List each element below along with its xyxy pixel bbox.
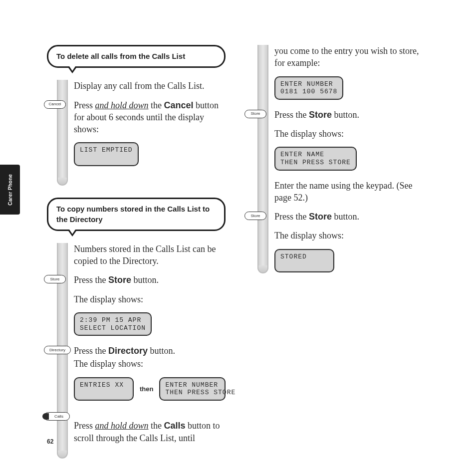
instruction-text: Press and hold down the Calls button to … (74, 420, 226, 444)
instruction-text: The display shows: (74, 293, 226, 305)
instruction-text: Press and hold down the Cancel button fo… (74, 99, 226, 136)
instruction-text: Numbers stored in the Calls List can be … (74, 243, 226, 267)
side-tab-label: Carer Phone (7, 174, 13, 206)
lcd-display: STORED (274, 249, 334, 272)
lcd-display: ENTRIES XX (74, 377, 134, 401)
cancel-button-icon: Cancel (44, 100, 66, 109)
page: To delete all calls from the Calls List … (47, 45, 436, 444)
store-button-icon: Store (244, 212, 266, 220)
directory-button-icon: Directory (44, 346, 71, 354)
instruction-text: Press the Store button. (274, 211, 426, 223)
lcd-display: LIST EMPTIED (74, 142, 139, 166)
instruction-text: you come to the entry you wish to store,… (274, 45, 426, 69)
lcd-display: 2:39 PM 15 APRSELECT LOCATION (74, 312, 152, 336)
instruction-text: The display shows: (274, 230, 426, 241)
callout-delete-all: To delete all calls from the Calls List (47, 45, 226, 68)
callout-copy-numbers: To copy numbers stored in the Calls List… (47, 198, 226, 231)
callout-title: To delete all calls from the Calls List (56, 52, 185, 60)
instruction-text: Press the Store button. (274, 109, 426, 121)
timeline-rail (57, 80, 68, 185)
store-button-icon: Store (44, 275, 66, 283)
callout-title: To copy numbers stored in the Calls List… (56, 205, 210, 223)
instruction-text: Display any call from the Calls List. (74, 80, 226, 92)
side-tab: Carer Phone (0, 165, 20, 215)
timeline-rail (257, 45, 268, 272)
instruction-text: Enter the name using the keypad. (See pa… (274, 180, 426, 204)
instruction-text: The display shows: (274, 128, 426, 140)
lcd-display: ENTER NUMBERTHEN PRESS STORE (159, 377, 226, 401)
right-column: you come to the entry you wish to store,… (247, 45, 426, 458)
then-label: then (140, 385, 153, 394)
calls-button-icon: Calls (44, 412, 70, 421)
left-column: To delete all calls from the Calls List … (47, 45, 226, 458)
lcd-display: ENTER NUMBER0181 100 5678 (274, 76, 343, 100)
instruction-text: The display shows: (74, 358, 226, 370)
lcd-display: ENTER NAMETHEN PRESS STORE (274, 147, 357, 170)
instruction-text: Press the Store button. (74, 274, 226, 286)
store-button-icon: Store (244, 110, 266, 118)
instruction-text: Press the Directory button. (74, 345, 226, 357)
